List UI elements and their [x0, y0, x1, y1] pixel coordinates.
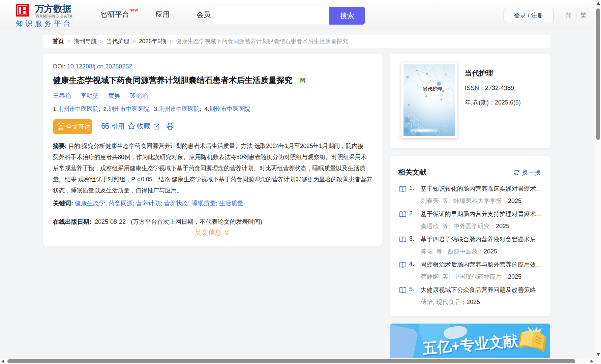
svg-text:当代护理: 当代护理: [423, 86, 443, 92]
svg-text:free: free: [59, 127, 64, 130]
